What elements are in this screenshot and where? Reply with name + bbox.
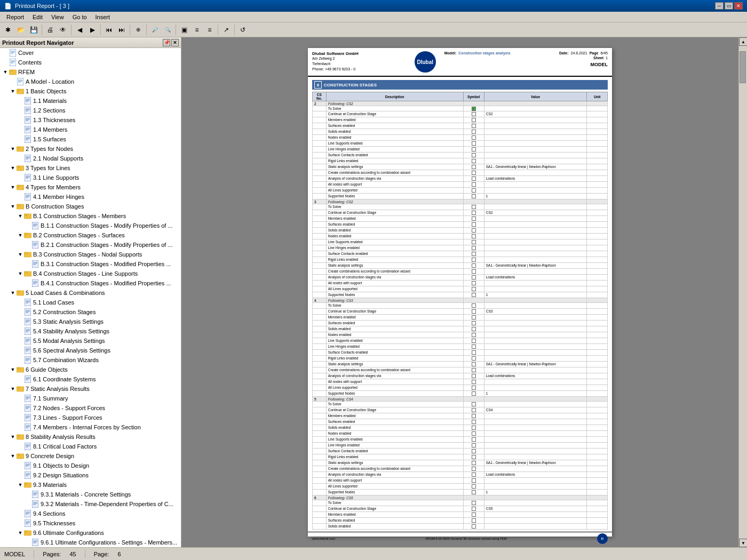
tree-item-4-1[interactable]: 4.1 Member Hinges: [0, 192, 181, 202]
tree-toggle-9-6[interactable]: ▼: [17, 530, 23, 536]
tree-toggle-b3[interactable]: ▼: [17, 251, 23, 258]
tree-toggle-9-3-1[interactable]: [25, 491, 31, 498]
panel-close-button[interactable]: ✕: [171, 39, 179, 46]
tree-toggle-3-types-lines[interactable]: ▼: [10, 165, 16, 171]
save-button[interactable]: 💾: [28, 24, 39, 36]
tree-item-5-6[interactable]: 5.6 Spectral Analysis Settings: [0, 346, 181, 355]
tree-toggle-5-5[interactable]: [17, 338, 23, 344]
restore-button[interactable]: ▭: [725, 2, 733, 10]
tree-toggle-7-2[interactable]: [17, 405, 23, 411]
tree-item-basic-objects[interactable]: ▼1 Basic Objects: [0, 86, 181, 96]
tree-item-8-stability[interactable]: ▼8 Stability Analysis Results: [0, 432, 181, 442]
tree-toggle-5-load-cases[interactable]: ▼: [10, 290, 16, 296]
tree-toggle-4-types-members[interactable]: ▼: [10, 184, 16, 190]
tree-toggle-9-5[interactable]: [17, 520, 23, 526]
scroll-down-button[interactable]: ▼: [739, 539, 747, 547]
panel-pin-button[interactable]: 📌: [163, 39, 170, 46]
tree-toggle-5-4[interactable]: [17, 328, 23, 334]
tree-item-1-5[interactable]: 1.5 Surfaces: [0, 134, 181, 144]
tree-item-9-4[interactable]: 9.4 Sections: [0, 509, 181, 518]
tree-item-9-6[interactable]: ▼9.6 Ultimate Configurations: [0, 528, 181, 538]
prev-page-button[interactable]: ◀: [74, 24, 85, 36]
tree-item-b1-1[interactable]: B.1.1 Construction Stages - Modify Prope…: [0, 221, 181, 230]
tree-item-b2-1[interactable]: B.2.1 Construction Stages - Modify Prope…: [0, 240, 181, 250]
tree-toggle-7-4[interactable]: [17, 424, 23, 430]
tree-toggle-1-5[interactable]: [17, 136, 23, 142]
tree-item-4-types-members[interactable]: ▼4 Types for Members: [0, 182, 181, 192]
tree-item-9-6-1[interactable]: 9.6.1 Ultimate Configurations - Settings…: [0, 538, 181, 547]
tree-toggle-a-model[interactable]: [10, 78, 16, 85]
print-button[interactable]: 🖨: [44, 24, 56, 36]
first-page-button[interactable]: ⏮: [103, 24, 115, 36]
tree-toggle-4-1[interactable]: [17, 194, 23, 200]
tree-item-9-3-1[interactable]: 9.3.1 Materials - Concrete Settings: [0, 490, 181, 499]
refresh-button[interactable]: ↺: [237, 24, 249, 36]
tree-item-5-2[interactable]: 5.2 Construction Stages: [0, 307, 181, 317]
menu-edit[interactable]: Edit: [28, 13, 47, 21]
tree-item-7-static[interactable]: ▼7 Static Analysis Results: [0, 384, 181, 394]
tree-item-1-1[interactable]: 1.1 Materials: [0, 96, 181, 106]
view1-button[interactable]: ▣: [178, 24, 190, 36]
close-button[interactable]: ✕: [734, 2, 743, 10]
tree-toggle-9-4[interactable]: [17, 510, 23, 517]
tree-toggle-1-2[interactable]: [17, 107, 23, 114]
tree-toggle-b2[interactable]: ▼: [17, 232, 23, 238]
tree-toggle-8-1[interactable]: [17, 443, 23, 450]
tree-item-9-3[interactable]: ▼9.3 Materials: [0, 480, 181, 490]
tree-item-5-load-cases[interactable]: ▼5 Load Cases & Combinations: [0, 288, 181, 298]
tree-item-5-4[interactable]: 5.4 Stability Analysis Settings: [0, 326, 181, 336]
tree-item-7-3[interactable]: 7.3 Lines - Support Forces: [0, 413, 181, 422]
tree-toggle-5-7[interactable]: [17, 357, 23, 363]
last-page-button[interactable]: ⏭: [116, 24, 128, 36]
tree-item-8-1[interactable]: 8.1 Critical Load Factors: [0, 442, 181, 451]
tree-container[interactable]: CoverContents▼RFEMA Model - Location▼1 B…: [0, 48, 181, 547]
tree-item-7-2[interactable]: 7.2 Nodes - Support Forces: [0, 403, 181, 413]
tree-item-b4[interactable]: ▼B.4 Construction Stages - Line Supports: [0, 269, 181, 278]
tree-item-1-3[interactable]: 1.3 Thicknesses: [0, 115, 181, 125]
tree-toggle-b-construction[interactable]: ▼: [10, 203, 16, 210]
tree-item-b1[interactable]: ▼B.1 Construction Stages - Members: [0, 211, 181, 221]
document-view[interactable]: Dlubal Software GmbH Am Zellweg 2 Tiefen…: [181, 37, 738, 547]
tree-toggle-1-4[interactable]: [17, 126, 23, 133]
tree-toggle-b1-1[interactable]: [25, 222, 31, 229]
tree-item-3-1[interactable]: 3.1 Line Supports: [0, 173, 181, 182]
tree-toggle-8-stability[interactable]: ▼: [10, 434, 16, 440]
tree-item-b4-1[interactable]: B.4.1 Construction Stages - Modified Pro…: [0, 278, 181, 288]
tree-toggle-9-3[interactable]: ▼: [17, 482, 23, 488]
export-button[interactable]: ↗: [220, 24, 232, 36]
next-page-button[interactable]: ▶: [86, 24, 98, 36]
tree-item-contents[interactable]: Contents: [0, 58, 181, 67]
tree-toggle-9-6-1[interactable]: [25, 539, 31, 546]
tree-toggle-1-3[interactable]: [17, 117, 23, 123]
tree-item-9-1[interactable]: 9.1 Objects to Design: [0, 461, 181, 470]
tree-item-5-3[interactable]: 5.3 Static Analysis Settings: [0, 317, 181, 326]
open-button[interactable]: 📂: [15, 24, 27, 36]
tree-item-1-2[interactable]: 1.2 Sections: [0, 106, 181, 115]
new-button[interactable]: ✱: [2, 24, 14, 36]
tree-item-5-5[interactable]: 5.5 Modal Analysis Settings: [0, 336, 181, 346]
tree-item-rfem[interactable]: ▼RFEM: [0, 67, 181, 77]
tree-toggle-b1[interactable]: ▼: [17, 213, 23, 219]
v-scrollbar[interactable]: ▲ ▼: [738, 37, 747, 547]
tree-item-9-concrete[interactable]: ▼9 Concrete Design: [0, 451, 181, 461]
tree-toggle-2-1[interactable]: [17, 155, 23, 162]
move-button[interactable]: ⊕: [132, 24, 144, 36]
tree-item-2-types-nodes[interactable]: ▼2 Types for Nodes: [0, 144, 181, 154]
tree-toggle-1-1[interactable]: [17, 98, 23, 104]
tree-toggle-5-1[interactable]: [17, 299, 23, 306]
tree-item-1-4[interactable]: 1.4 Members: [0, 125, 181, 134]
tree-toggle-6-guide[interactable]: ▼: [10, 366, 16, 373]
tree-toggle-7-static[interactable]: ▼: [10, 386, 16, 392]
tree-toggle-7-3[interactable]: [17, 414, 23, 421]
tree-toggle-9-2[interactable]: [17, 472, 23, 478]
menu-report[interactable]: Report: [2, 13, 28, 21]
menu-view[interactable]: View: [47, 13, 68, 21]
tree-toggle-3-1[interactable]: [17, 174, 23, 181]
tree-item-7-1[interactable]: 7.1 Summary: [0, 394, 181, 403]
tree-toggle-basic-objects[interactable]: ▼: [10, 88, 16, 94]
tree-toggle-9-1[interactable]: [17, 462, 23, 469]
tree-item-b-construction[interactable]: ▼B Construction Stages: [0, 202, 181, 211]
tree-item-cover[interactable]: Cover: [0, 48, 181, 58]
tree-toggle-contents[interactable]: [2, 59, 9, 66]
tree-toggle-2-types-nodes[interactable]: ▼: [10, 146, 16, 152]
